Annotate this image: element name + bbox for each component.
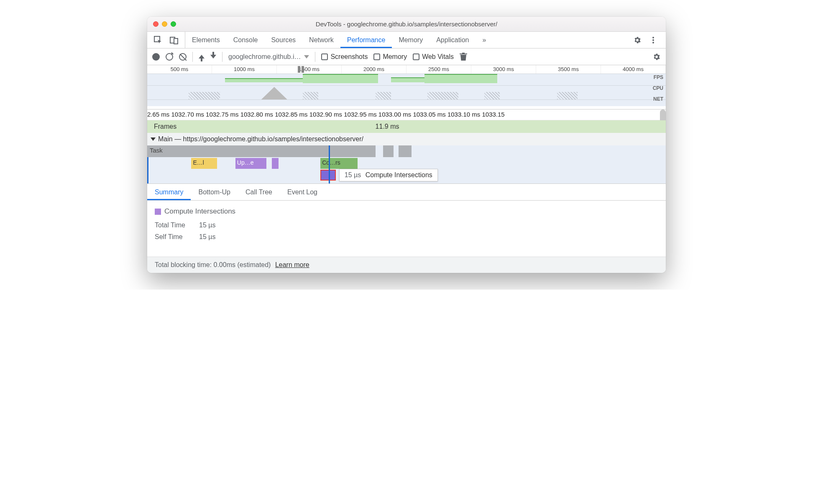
overview-tick: 500 ms <box>147 65 212 74</box>
flame-tasks[interactable]: Task E…l Up…e Co…rs 15 µs Compute Inters… <box>147 145 666 184</box>
tabs-overflow[interactable]: » <box>476 32 493 48</box>
tab-event-log[interactable]: Event Log <box>280 184 325 200</box>
clear-button[interactable] <box>179 53 187 61</box>
overview-tick: 2000 ms <box>342 65 406 74</box>
flame-event[interactable]: E…l <box>191 158 217 169</box>
disclosure-triangle-icon <box>151 137 156 141</box>
net-label: NET <box>653 96 663 107</box>
tab-elements[interactable]: Elements <box>185 32 227 48</box>
tab-summary[interactable]: Summary <box>147 184 191 200</box>
flame-event[interactable] <box>272 158 279 169</box>
screenshots-checkbox[interactable]: Screenshots <box>321 53 368 61</box>
webvitals-checkbox[interactable]: Web Vitals <box>413 53 454 61</box>
titlebar: DevTools - googlechrome.github.io/sample… <box>147 17 666 32</box>
main-tabs: Elements Console Sources Network Perform… <box>185 32 629 48</box>
summary-value: 15 µs <box>199 221 215 229</box>
summary-pane: Compute Intersections Total Time 15 µs S… <box>147 201 666 257</box>
overview-tick: 3500 ms <box>536 65 601 74</box>
overview-tick: 1000 ms <box>212 65 277 74</box>
main-thread-label: Main — https://googlechrome.github.io/sa… <box>158 135 363 143</box>
detail-ruler-text: 2.65 ms 1032.70 ms 1032.75 ms 1032.80 ms… <box>147 109 506 120</box>
garbage-collect-button[interactable] <box>460 53 467 61</box>
flame-event-task[interactable] <box>399 145 412 157</box>
summary-row: Self Time 15 µs <box>155 233 658 241</box>
overview-tick: 1500 ms <box>277 65 342 74</box>
flame-chart[interactable]: Frames 11.9 ms Main — https://googlechro… <box>147 120 666 184</box>
main-tabs-row: Elements Console Sources Network Perform… <box>147 32 666 48</box>
svg-rect-2 <box>174 38 178 44</box>
footer: Total blocking time: 0.00ms (estimated) … <box>147 257 666 273</box>
flame-event[interactable]: Up…e <box>235 158 266 169</box>
summary-value: 15 µs <box>199 233 215 241</box>
flame-event[interactable]: Co…rs <box>320 158 358 169</box>
screenshots-label: Screenshots <box>330 53 368 61</box>
performance-toolbar: googlechrome.github.i… Screenshots Memor… <box>147 48 666 65</box>
flame-event-selected[interactable] <box>320 170 336 181</box>
tab-console[interactable]: Console <box>227 32 265 48</box>
detail-ruler[interactable]: 2.65 ms 1032.70 ms 1032.75 ms 1032.80 ms… <box>147 109 666 120</box>
svg-point-4 <box>652 39 654 41</box>
details-tabs: Summary Bottom-Up Call Tree Event Log <box>147 184 666 201</box>
tab-memory[interactable]: Memory <box>392 32 430 48</box>
fps-overview <box>147 74 666 85</box>
tab-network[interactable]: Network <box>302 32 340 48</box>
summary-label: Total Time <box>155 221 192 229</box>
inspect-element-icon[interactable] <box>154 36 162 44</box>
summary-event-name: Compute Intersections <box>164 207 235 216</box>
device-toolbar-icon[interactable] <box>170 36 178 44</box>
memory-label: Memory <box>383 53 407 61</box>
blocking-time-text: Total blocking time: 0.00ms (estimated) <box>155 261 271 268</box>
fps-label: FPS <box>653 74 663 85</box>
main-thread-header[interactable]: Main — https://googlechrome.github.io/sa… <box>147 133 666 145</box>
recording-dropdown-label: googlechrome.github.i… <box>228 53 301 61</box>
tab-application[interactable]: Application <box>430 32 476 48</box>
more-icon[interactable] <box>649 36 657 44</box>
learn-more-link[interactable]: Learn more <box>275 261 309 268</box>
cpu-label: CPU <box>653 85 663 96</box>
frames-value: 11.9 ms <box>376 123 399 130</box>
settings-icon[interactable] <box>633 36 642 44</box>
window-title: DevTools - googlechrome.github.io/sample… <box>147 20 666 28</box>
frames-track[interactable]: Frames 11.9 ms <box>147 120 666 133</box>
reload-button[interactable] <box>166 53 173 61</box>
frames-label: Frames <box>147 123 376 130</box>
tab-call-tree[interactable]: Call Tree <box>238 184 280 200</box>
flame-event-task[interactable]: Task <box>147 145 376 157</box>
flame-event-task[interactable] <box>383 145 394 157</box>
memory-checkbox[interactable]: Memory <box>373 53 407 61</box>
capture-settings-icon[interactable] <box>652 53 661 61</box>
overview-ruler: 500 ms 1000 ms 1500 ms 2000 ms 2500 ms 3… <box>147 65 666 74</box>
devtools-window: DevTools - googlechrome.github.io/sample… <box>147 17 666 273</box>
summary-label: Self Time <box>155 233 192 241</box>
tab-performance[interactable]: Performance <box>340 32 392 48</box>
summary-row: Total Time 15 µs <box>155 221 658 229</box>
save-profile-button[interactable] <box>210 55 216 59</box>
webvitals-label: Web Vitals <box>422 53 454 61</box>
svg-point-3 <box>652 37 654 38</box>
svg-point-5 <box>652 42 654 43</box>
overview-selection-handles[interactable] <box>298 66 304 73</box>
recording-dropdown[interactable]: googlechrome.github.i… <box>228 53 309 61</box>
time-cursor[interactable] <box>329 145 330 183</box>
flame-tooltip: 15 µs Compute Intersections <box>339 169 438 181</box>
tab-bottom-up[interactable]: Bottom-Up <box>191 184 238 200</box>
overview-side-labels: FPS CPU NET <box>653 74 663 107</box>
overview-tick: 4000 ms <box>601 65 666 74</box>
overview-pane[interactable]: 500 ms 1000 ms 1500 ms 2000 ms 2500 ms 3… <box>147 65 666 109</box>
load-profile-button[interactable] <box>199 55 205 59</box>
tab-sources[interactable]: Sources <box>264 32 302 48</box>
category-swatch <box>155 209 161 215</box>
net-overview <box>147 99 666 106</box>
cpu-overview <box>147 85 666 99</box>
overview-tick: 3000 ms <box>471 65 536 74</box>
tooltip-name: Compute Intersections <box>366 171 432 178</box>
record-button[interactable] <box>152 53 160 61</box>
overview-tick: 2500 ms <box>406 65 471 74</box>
chevron-down-icon <box>304 55 309 59</box>
tooltip-time: 15 µs <box>345 171 361 178</box>
